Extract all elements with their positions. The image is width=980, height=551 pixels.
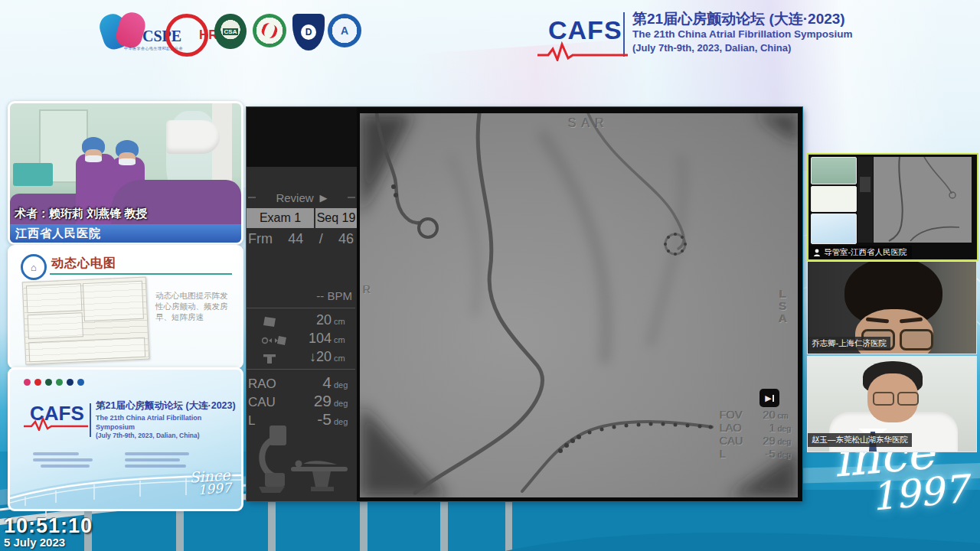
symposium-title-en: The 21th China Atrial Fibrillation Sympo… (632, 27, 853, 41)
slide-cafs-ecg-icon (24, 417, 90, 431)
pip-source-label: 导管室-江西省人民医院 (808, 246, 912, 259)
cafs-logo: CAFS (548, 15, 619, 58)
pip-mini-surgery (811, 157, 857, 184)
operators-caption: 术者：赖珩莉 刘燕锋 教授 (15, 207, 237, 221)
frame-counter: Frm44 /46 (248, 231, 354, 247)
xray-watermark: SAR (568, 116, 609, 130)
cafs-title-slide-panel[interactable]: CAFS 第21届心房颤动论坛 (大连·2023) The 21th China… (8, 367, 243, 511)
source-icon (813, 249, 821, 256)
sid-row: 104cm (247, 331, 354, 348)
green-ribbon-badge-icon (253, 14, 286, 47)
sidebar-divider (247, 308, 355, 308)
speaker2-name-label: 赵玉—东莞松山湖东华医院 (808, 433, 912, 447)
table-height-row: ↓20cm (247, 349, 354, 367)
hospital-caption-bar: 江西省人民医院 (10, 224, 241, 243)
slide-title-cn: 第21届心房颤动论坛 (大连·2023) (96, 400, 241, 412)
speaker-video-2[interactable]: 赵玉—东莞松山湖东华医院 (807, 356, 977, 452)
slide-cafs-logo: CAFS (30, 402, 90, 425)
surgery-video-panel[interactable]: 术者：赖珩莉 刘燕锋 教授 江西省人民医院 (8, 101, 243, 245)
detector-icon (262, 315, 292, 328)
heart-rate-readout: -- BPM (316, 289, 352, 302)
mini-logos-row (24, 379, 84, 386)
acquisition-overlay: FOV20cm LAO1deg CAU29deg L-5deg (720, 409, 798, 461)
cathlab-pip-panel[interactable]: 导管室-江西省人民医院 (807, 153, 978, 261)
cafs-brand-block: CAFS 第21届心房颤动论坛 (大连·2023) The 21th China… (548, 11, 853, 58)
sidebar-divider (247, 369, 355, 370)
slide-title-en: The 21th China Atrial Fibrillation Sympo… (96, 413, 241, 432)
ecg-report-image (22, 277, 150, 365)
csa-badge-icon: CSA (214, 14, 247, 49)
operating-room-video (10, 103, 241, 243)
pip-mini-slide (811, 214, 857, 244)
speaker-video-1[interactable]: 乔志卿-上海仁济医院 (807, 261, 977, 354)
stream-date: 5 July 2023 (4, 536, 65, 549)
dsa-blank-area (247, 107, 357, 167)
ecg-finding-text: 动态心电图提示阵发性心房颤动、频发房早、短阵房速 (155, 290, 235, 322)
navy-shield-badge-icon: D (292, 14, 325, 51)
pip-mini-dsa-sidebar (858, 157, 873, 243)
speaker1-name-label: 乔志卿-上海仁济医院 (808, 337, 890, 350)
symposium-dates: (July 7th-9th, 2023, Dalian, China) (632, 41, 853, 54)
slide-divider (90, 403, 91, 437)
review-row: Review ▶ (247, 190, 357, 205)
title-underline (50, 273, 232, 275)
sequence-number-box[interactable]: Seq 19 (315, 208, 357, 228)
stream-clock: 10:51:10 (4, 514, 93, 538)
orientation-marker-r: R (363, 283, 371, 295)
fov-size-row: 20cm (247, 312, 354, 330)
carm-table-pictogram-icon (251, 422, 352, 493)
pip-mini-ecg (811, 186, 857, 212)
rao-angle-row: RAO 4deg (247, 373, 354, 391)
orientation-marker-lsa: LSA (779, 288, 787, 324)
review-play-icon[interactable]: ▶ (320, 192, 328, 204)
cau-angle-row: CAU 29deg (247, 392, 354, 409)
hospital-logo-icon: ⌂ (21, 254, 47, 280)
pip-mini-xray (874, 157, 972, 243)
cafs-ecg-line-icon (537, 41, 629, 61)
slide-since-1997: Since 1997 (189, 466, 232, 498)
cine-play-button[interactable]: ▶ (760, 389, 779, 407)
dsa-control-sidebar: Review ▶ Exam 1 Seq 19 Frm44 /46 -- BPM … (247, 107, 357, 501)
slide-dates: (July 7th-9th, 2023, Dalian, China) (96, 432, 241, 440)
source-detector-icon (262, 334, 292, 346)
ecg-slide-title: 动态心电图 (51, 256, 116, 272)
ecg-slide-panel[interactable]: ⌂ 动态心电图 动态心电图提示阵发性心房颤动、频发房早、短阵房速 (8, 245, 243, 369)
broadcast-stage: CSPE 中华医学会心电生理和起搏分会 HRS CSA D A CAFS 第21… (0, 0, 980, 551)
review-label: Review (276, 191, 313, 204)
blue-round-badge-icon: A (328, 14, 361, 47)
symposium-title-cn: 第21届心房颤动论坛 (大连·2023) (632, 11, 853, 27)
exam-number-box[interactable]: Exam 1 (247, 208, 314, 228)
xray-image: SAR R LSA ▶ FOV20cm LAO1deg CAU29deg L-5… (360, 113, 798, 497)
table-height-icon (262, 352, 292, 364)
fluoroscopy-screen: Review ▶ Exam 1 Seq 19 Frm44 /46 -- BPM … (247, 107, 802, 501)
